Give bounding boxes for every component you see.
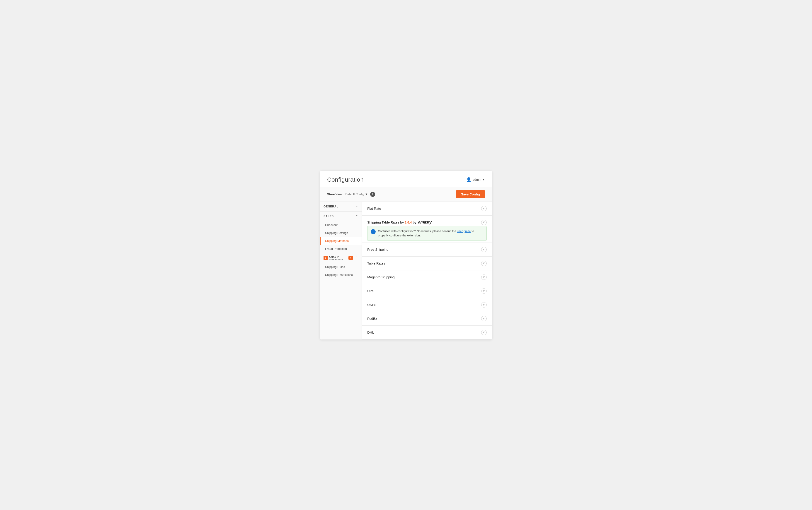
amasty-right: 4 ⌃ <box>348 256 358 260</box>
sidebar-section-general: GENERAL ⌄ <box>320 202 361 212</box>
amasty-version: 1.6.4 <box>405 220 412 224</box>
store-view-chevron-icon: ▼ <box>365 192 368 196</box>
amasty-logo-text-block: AMASTY EXTENSIONS <box>329 256 343 260</box>
card-body: GENERAL ⌄ SALES ⌃ Checkout Shipping Sett… <box>320 202 492 339</box>
section-shipping-table-rates: Shipping Table Rates by 1.6.4 by amasty … <box>362 216 492 243</box>
section-free-shipping[interactable]: Free Shipping ∨ <box>362 243 492 257</box>
sidebar-section-header-sales[interactable]: SALES ⌃ <box>320 212 361 221</box>
store-view-value: Default Config <box>346 192 364 196</box>
sidebar-amasty-header[interactable]: a AMASTY EXTENSIONS 4 ⌃ <box>320 253 361 263</box>
section-flat-rate-title: Flat Rate <box>367 207 381 210</box>
sidebar-item-checkout[interactable]: Checkout <box>320 221 361 229</box>
amasty-brand-sub: EXTENSIONS <box>329 258 343 260</box>
info-icon: i <box>371 229 376 234</box>
sidebar-item-shipping-settings[interactable]: Shipping Settings <box>320 229 361 237</box>
save-config-button[interactable]: Save Config <box>456 190 485 199</box>
section-usps-title: USPS <box>367 303 377 307</box>
section-usps[interactable]: USPS ∨ <box>362 298 492 312</box>
section-ups-title: UPS <box>367 289 374 293</box>
shipping-table-rates-expand-icon[interactable]: ∨ <box>481 220 487 225</box>
section-table-rates[interactable]: Table Rates ∨ <box>362 257 492 270</box>
sidebar-section-sales: SALES ⌃ Checkout Shipping Settings Shipp… <box>320 212 361 253</box>
sidebar-item-shipping-methods[interactable]: Shipping Methods <box>320 237 361 245</box>
store-view-left: Store View: Default Config ▼ ? <box>327 192 375 197</box>
flat-rate-expand-icon[interactable]: ∨ <box>481 206 487 211</box>
section-dhl[interactable]: DHL ∨ <box>362 326 492 339</box>
fedex-expand-icon[interactable]: ∨ <box>481 316 487 321</box>
amasty-logo-icon: a <box>323 256 328 260</box>
main-content: Flat Rate ∨ Shipping Table Rates by 1.6.… <box>362 202 492 339</box>
amasty-logo-area: a AMASTY EXTENSIONS <box>323 256 343 260</box>
amasty-wordmark: amasty <box>418 220 432 224</box>
main-card: Configuration 👤 admin ▼ Store View: Defa… <box>320 171 492 339</box>
sidebar-section-label-general: GENERAL <box>323 205 339 208</box>
sidebar-item-shipping-restrictions[interactable]: Shipping Restrictions <box>320 271 361 279</box>
user-area: 👤 admin ▼ <box>466 177 485 182</box>
user-icon: 👤 <box>466 177 471 182</box>
page-title: Configuration <box>327 176 364 183</box>
user-guide-link[interactable]: user guide <box>457 230 471 233</box>
section-dhl-title: DHL <box>367 330 374 334</box>
sidebar-section-header-general[interactable]: GENERAL ⌄ <box>320 202 361 211</box>
section-fedex[interactable]: FedEx ∨ <box>362 312 492 326</box>
info-banner: i Confused with configuration? No worrie… <box>367 226 487 241</box>
ups-expand-icon[interactable]: ∨ <box>481 288 487 294</box>
magento-shipping-expand-icon[interactable]: ∨ <box>481 274 487 280</box>
store-view-label: Store View: <box>327 192 343 196</box>
section-flat-rate[interactable]: Flat Rate ∨ <box>362 202 492 216</box>
sidebar-item-shipping-rules[interactable]: Shipping Rules <box>320 263 361 271</box>
card-header: Configuration 👤 admin ▼ <box>320 171 492 187</box>
chevron-down-icon: ⌄ <box>356 205 358 208</box>
user-chevron-icon[interactable]: ▼ <box>483 178 485 181</box>
section-table-rates-title: Table Rates <box>367 261 385 265</box>
amasty-header-row[interactable]: Shipping Table Rates by 1.6.4 by amasty … <box>362 216 492 226</box>
usps-expand-icon[interactable]: ∨ <box>481 302 487 307</box>
section-magento-shipping[interactable]: Magento Shipping ∨ <box>362 270 492 284</box>
chevron-up-icon: ⌃ <box>355 256 358 260</box>
chevron-up-icon: ⌃ <box>356 215 358 218</box>
user-name: admin <box>473 178 481 181</box>
sidebar-item-fraud-protection[interactable]: Fraud Protection <box>320 245 361 253</box>
amasty-brand-name: AMASTY <box>329 256 343 258</box>
section-magento-shipping-title: Magento Shipping <box>367 275 395 279</box>
amasty-badge: 4 <box>348 256 353 260</box>
table-rates-expand-icon[interactable]: ∨ <box>481 261 487 266</box>
free-shipping-expand-icon[interactable]: ∨ <box>481 247 487 252</box>
section-free-shipping-title: Free Shipping <box>367 247 388 251</box>
sidebar-section-label-sales: SALES <box>323 215 334 218</box>
store-view-bar: Store View: Default Config ▼ ? Save Conf… <box>320 187 492 202</box>
shipping-table-rates-text: Shipping Table Rates by 1.6.4 by <box>367 220 416 224</box>
info-banner-text: Confused with configuration? No worries,… <box>378 229 483 238</box>
store-view-select[interactable]: Default Config ▼ <box>346 192 368 196</box>
amasty-title-group: Shipping Table Rates by 1.6.4 by amasty <box>367 220 432 224</box>
sidebar: GENERAL ⌄ SALES ⌃ Checkout Shipping Sett… <box>320 202 362 339</box>
sidebar-section-amasty: a AMASTY EXTENSIONS 4 ⌃ Shipping Rules S… <box>320 253 361 279</box>
section-ups[interactable]: UPS ∨ <box>362 284 492 298</box>
dhl-expand-icon[interactable]: ∨ <box>481 330 487 335</box>
help-icon[interactable]: ? <box>370 192 375 197</box>
section-fedex-title: FedEx <box>367 317 377 321</box>
